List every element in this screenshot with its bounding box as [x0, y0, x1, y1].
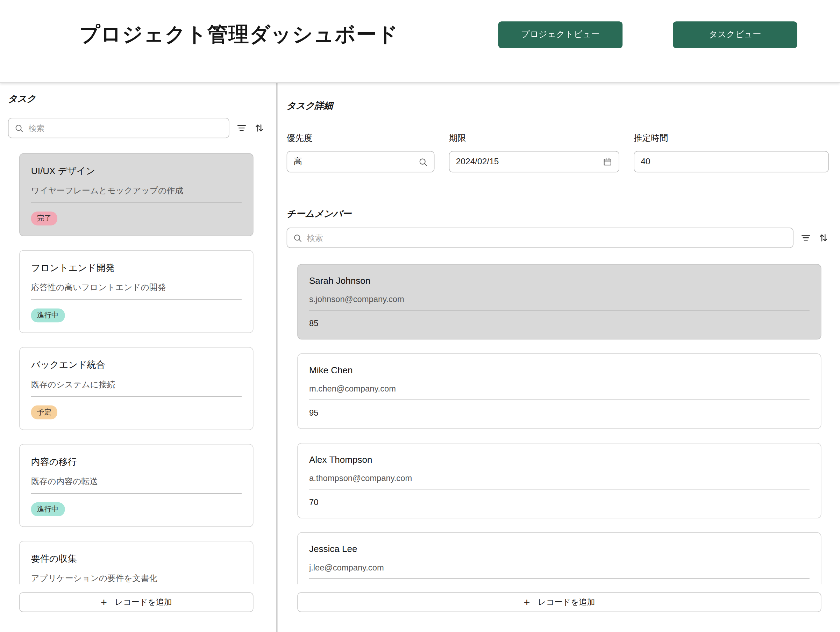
member-email: s.johnson@company.com — [309, 295, 810, 311]
task-list: UI/UX デザイン ワイヤーフレームとモックアップの作成 完了 フロントエンド… — [8, 152, 265, 584]
member-card[interactable]: Alex Thompson a.thompson@company.com 70 — [297, 443, 821, 519]
tasks-search-input[interactable] — [28, 123, 223, 132]
tasks-filter-button[interactable] — [237, 123, 247, 134]
member-list: Sarah Johnson s.johnson@company.com 85 M… — [287, 263, 829, 584]
members-footer: + レコードを追加 — [287, 584, 829, 632]
task-details-heading: タスク詳細 — [287, 99, 829, 112]
plus-icon: + — [524, 597, 530, 608]
filter-icon — [237, 123, 247, 134]
task-status-badge: 完了 — [31, 211, 57, 225]
tasks-sort-button[interactable] — [254, 123, 265, 134]
tasks-heading: タスク — [8, 93, 265, 105]
tasks-search-row — [8, 118, 265, 138]
priority-label: 優先度 — [287, 133, 435, 144]
task-description: ワイヤーフレームとモックアップの作成 — [31, 185, 242, 203]
member-email: j.lee@company.com — [309, 563, 810, 579]
member-card[interactable]: Jessica Lee j.lee@company.com — [297, 533, 821, 585]
members-search-input[interactable] — [307, 233, 787, 242]
page-title: プロジェクト管理ダッシュボード — [79, 21, 399, 48]
estimated-hours-label: 推定時間 — [634, 133, 829, 144]
task-status-badge: 進行中 — [31, 308, 65, 322]
member-name: Alex Thompson — [309, 455, 810, 466]
tasks-search-box[interactable] — [8, 118, 229, 138]
task-description: 既存の内容の転送 — [31, 476, 242, 494]
task-title: 要件の収集 — [31, 553, 242, 565]
sort-icon — [818, 232, 829, 243]
detail-fields-row: 優先度 期限 — [287, 133, 829, 172]
project-view-button[interactable]: プロジェクトビュー — [498, 21, 622, 48]
team-members-heading: チームメンバー — [287, 208, 829, 220]
member-score: 85 — [309, 319, 810, 329]
calendar-icon — [603, 157, 612, 167]
estimated-hours-input-box[interactable] — [634, 151, 829, 172]
priority-field: 優先度 — [287, 133, 435, 172]
task-description: 応答性の高いフロントエンドの開発 — [31, 282, 242, 300]
task-title: 内容の移行 — [31, 456, 242, 468]
member-name: Mike Chen — [309, 365, 810, 376]
add-member-record-button[interactable]: + レコードを追加 — [297, 592, 821, 612]
task-card[interactable]: 要件の収集 アプリケーションの要件を文書化 — [19, 541, 253, 584]
tasks-panel: タスク — [0, 83, 278, 632]
search-icon — [418, 157, 427, 166]
task-details-panel: タスク詳細 優先度 期限 — [278, 83, 840, 632]
member-score: 70 — [309, 497, 810, 507]
due-date-input[interactable] — [456, 157, 599, 167]
sort-icon — [254, 123, 265, 134]
task-description: アプリケーションの要件を文書化 — [31, 573, 242, 584]
task-status-badge: 予定 — [31, 405, 57, 419]
member-card[interactable]: Sarah Johnson s.johnson@company.com 85 — [297, 264, 821, 339]
app: プロジェクト管理ダッシュボード プロジェクトビュー タスクビュー タスク — [0, 0, 840, 632]
task-card[interactable]: UI/UX デザイン ワイヤーフレームとモックアップの作成 完了 — [19, 153, 253, 236]
task-status-badge: 進行中 — [31, 502, 65, 516]
task-description: 既存のシステムに接続 — [31, 379, 242, 397]
members-sort-button[interactable] — [818, 232, 829, 243]
members-search-row — [287, 228, 829, 248]
task-card[interactable]: バックエンド統合 既存のシステムに接続 予定 — [19, 347, 253, 430]
priority-input-box[interactable] — [287, 151, 435, 172]
add-record-label: レコードを追加 — [538, 597, 595, 607]
due-date-field: 期限 — [449, 133, 619, 172]
estimated-hours-field: 推定時間 — [634, 133, 829, 172]
tasks-footer: + レコードを追加 — [8, 584, 265, 632]
priority-input[interactable] — [294, 157, 414, 167]
task-card[interactable]: 内容の移行 既存の内容の転送 進行中 — [19, 444, 253, 527]
task-title: バックエンド統合 — [31, 359, 242, 371]
member-email: a.thompson@company.com — [309, 473, 810, 489]
member-score: 95 — [309, 408, 810, 418]
header-buttons: プロジェクトビュー タスクビュー — [498, 21, 797, 48]
member-name: Sarah Johnson — [309, 276, 810, 287]
member-email: m.chen@company.com — [309, 384, 810, 400]
filter-icon — [801, 232, 811, 243]
member-card[interactable]: Mike Chen m.chen@company.com 95 — [297, 353, 821, 429]
member-name: Jessica Lee — [309, 544, 810, 555]
task-title: UI/UX デザイン — [31, 165, 242, 177]
plus-icon: + — [101, 597, 107, 608]
due-date-input-box[interactable] — [449, 151, 619, 172]
members-filter-button[interactable] — [801, 232, 811, 243]
add-task-record-button[interactable]: + レコードを追加 — [19, 592, 253, 612]
add-record-label: レコードを追加 — [115, 597, 172, 607]
main: タスク — [0, 83, 840, 632]
due-date-label: 期限 — [449, 133, 619, 144]
search-icon — [293, 233, 302, 242]
task-view-button[interactable]: タスクビュー — [673, 21, 797, 48]
task-title: フロントエンド開発 — [31, 262, 242, 274]
estimated-hours-input[interactable] — [641, 157, 822, 167]
search-icon — [14, 123, 24, 132]
header: プロジェクト管理ダッシュボード プロジェクトビュー タスクビュー — [0, 0, 840, 83]
members-search-box[interactable] — [287, 228, 794, 248]
task-card[interactable]: フロントエンド開発 応答性の高いフロントエンドの開発 進行中 — [19, 250, 253, 333]
